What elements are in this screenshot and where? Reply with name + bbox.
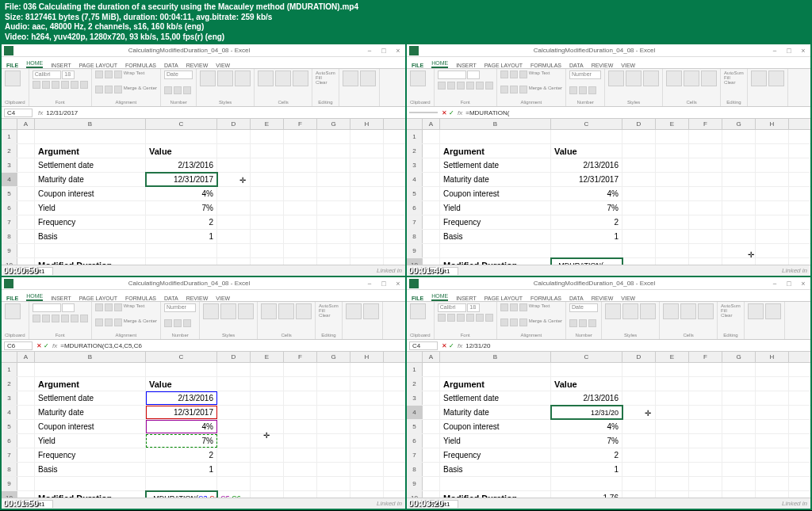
cursor-icon: ✛ [263,431,270,440]
window-controls[interactable]: −□× [362,47,405,55]
info-audio: Audio: aac, 48000 Hz, 2 channels, s16, 1… [5,22,807,32]
worksheet[interactable]: ABCDEFGH 1 2ArgumentValue 3Settlement da… [2,352,405,498]
label-freq[interactable]: Frequency [35,215,146,229]
formula-bar[interactable]: C4 fx 12/31/2017 [2,107,405,119]
col-B[interactable]: B [35,119,146,129]
edit-cell-moddur[interactable]: =MDURATION(C3,C4,C5,C6 [146,491,217,498]
tab-insert[interactable]: INSERT [51,63,71,68]
tab-formulas[interactable]: FORMULAS [125,63,156,68]
val-moddur[interactable]: 1.76 [551,491,622,498]
pane-1: CalculatingModifiedDuration_04_08 - Exce… [2,44,405,276]
sheet-tab-bar[interactable]: Sheet1 [2,265,405,276]
val-basis[interactable]: 1 [146,230,217,243]
delete-icon[interactable] [275,71,291,86]
excel-icon [409,46,419,55]
condfmt-icon[interactable] [200,71,216,86]
sort-icon[interactable] [343,71,358,86]
format-icon[interactable] [293,71,308,86]
font-select[interactable]: Calibri [33,71,61,79]
fontcolor-icon[interactable] [80,81,88,89]
val-maturity-editing[interactable]: 12/31/20 [551,406,622,419]
tab-view[interactable]: VIEW [216,63,230,68]
border-icon[interactable] [61,81,69,89]
val-settlement[interactable]: 2/13/2016 [146,158,217,172]
italic-icon[interactable] [42,81,50,89]
tab-data[interactable]: DATA [164,63,178,68]
excel-icon [4,46,13,55]
label-maturity[interactable]: Maturity date [35,173,146,186]
fillcolor-icon[interactable] [71,81,79,89]
underline-icon[interactable] [52,81,59,89]
col-H[interactable]: H [350,119,384,129]
ribbon-tabs[interactable]: FILE HOME INSERT PAGE LAYOUT FORMULAS DA… [2,57,405,69]
tab-file[interactable]: FILE [6,63,18,68]
close-icon[interactable]: × [391,47,405,55]
worksheet[interactable]: ABCDEFGH 1 2ArgumentValue 3Settlement da… [407,119,810,265]
window-titlebar: CalculatingModifiedDuration_04_08 - Exce… [2,44,405,57]
ribbon[interactable]: Clipboard Calibri 18Font Wrap TextMerge … [2,69,405,107]
col-G[interactable]: G [317,119,350,129]
pane-2: CalculatingModifiedDuration_04_08 - Exce… [407,44,810,276]
info-video: Video: h264, yuv420p, 1280x720, 93 kb/s,… [5,32,807,43]
cursor-icon: ✛ [239,176,246,185]
fx-icon[interactable]: fx [38,109,43,116]
val-freq[interactable]: 2 [146,215,217,229]
formula-content[interactable]: 12/31/20 [465,342,810,349]
maximize-icon[interactable]: □ [377,47,391,55]
formula-content[interactable]: =MDURATION(C3,C4,C5,C6 [60,342,405,349]
align-icon[interactable] [95,71,103,78]
timestamp: 00:00:50 [3,265,38,275]
excel-icon [4,279,13,288]
col-A[interactable]: A [17,119,35,129]
thumbnail-grid: CalculatingModifiedDuration_04_08 - Exce… [0,44,812,510]
val-coupon[interactable]: 4% [146,187,217,200]
file-info-header: File: 036 Calculating the duration of a … [0,0,812,44]
pane-3: CalculatingModifiedDuration_04_08 - Exce… [2,277,405,509]
tab-pagelayout[interactable]: PAGE LAYOUT [79,63,117,68]
header-value[interactable]: Value [146,144,217,158]
watermark: Linked in [377,267,402,274]
table-icon[interactable] [217,71,233,86]
label-coupon[interactable]: Coupon interest [35,187,146,200]
find-icon[interactable] [360,71,376,86]
val-maturity-selected[interactable]: 12/31/2017 [146,173,217,186]
header-argument[interactable]: Argument [35,144,146,158]
worksheet[interactable]: ABCDEFGH 1 2ArgumentValue 3Settlement da… [407,352,810,498]
numformat-select[interactable]: Date [164,71,193,79]
pane-4: CalculatingModifiedDuration_04_08 - Exce… [407,277,810,509]
col-E[interactable]: E [251,119,284,129]
formula-content[interactable]: =MDURATION( [465,109,810,116]
col-D[interactable]: D [217,119,251,129]
val-yield[interactable]: 7% [146,201,217,215]
name-box[interactable]: C4 [4,109,33,117]
cursor-icon: ✛ [748,250,754,259]
insert-icon[interactable] [258,71,274,86]
label-moddur[interactable]: Modified Duration [35,258,146,265]
cellstyle-icon[interactable] [235,71,251,86]
paste-icon[interactable] [5,71,21,86]
formula-content[interactable]: 12/31/2017 [46,109,405,116]
col-C[interactable]: C [146,119,217,129]
info-file: File: 036 Calculating the duration of a … [5,2,807,13]
label-basis[interactable]: Basis [35,230,146,243]
tab-home[interactable]: HOME [26,60,43,68]
worksheet[interactable]: A B C D E F G H 1 2ArgumentValue 3Settle… [2,119,405,265]
minimize-icon[interactable]: − [362,47,377,55]
fontsize-select[interactable]: 18 [62,71,75,79]
label-settlement[interactable]: Settlement date [35,158,146,172]
label-yield[interactable]: Yield [35,201,146,215]
edit-cell-moddur[interactable]: =MDURATION( [551,258,622,265]
tab-review[interactable]: REVIEW [186,63,209,68]
bold-icon[interactable] [33,81,40,89]
info-size: Size: 8127461 bytes (7,75 MiB), duration… [5,13,807,23]
col-F[interactable]: F [284,119,317,129]
cursor-icon: ✛ [645,409,651,418]
excel-icon [409,279,419,288]
window-title: CalculatingModifiedDuration_04_08 - Exce… [16,47,362,54]
